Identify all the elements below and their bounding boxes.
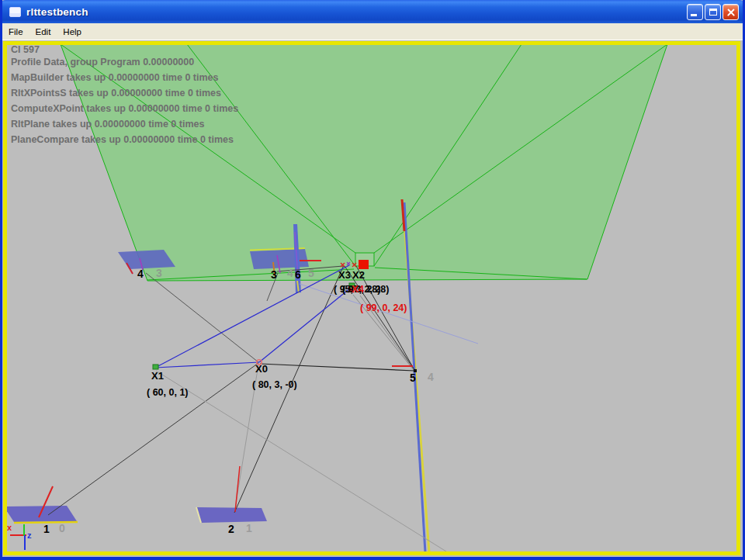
x2-label: X2 [352,269,365,281]
x4-label: X4 [352,283,365,295]
maximize-button[interactable] [705,4,721,20]
x0-coord: ( 80, 3, -0) [252,379,297,390]
profile-line: MapBuilder takes up 0.00000000 time 0 ti… [11,72,219,83]
vertex-label: 1 [43,523,50,535]
x2-coord: ( 97, 2, 28) [342,284,389,295]
vertex-label: 4 [137,268,144,280]
menu-file[interactable]: File [2,25,29,39]
vertex-label: 5 [410,372,416,384]
minimize-button[interactable] [687,4,703,20]
maximize-icon [709,9,717,16]
vertex-label-shadow: 1 [246,522,252,534]
window-title: rlttestbench [26,6,88,18]
profile-line: RltXPointsS takes up 0.00000000 time 0 t… [11,88,221,99]
title-bar[interactable]: rlttestbench [0,0,745,23]
minimize-icon [691,14,697,16]
plane-quad-d [196,507,267,523]
profile-line: PlaneCompare takes up 0.00000000 time 0 … [11,134,234,145]
app-icon [9,7,21,17]
vertex-label: 2 [228,523,234,535]
close-button[interactable] [722,4,739,20]
x1-coord: ( 60, 0, 1) [147,387,189,398]
app-window: rlttestbench File Edit Help [0,0,745,560]
vertex-label-shadow: 5 [308,267,314,279]
x0-label: X0 [255,363,268,375]
menu-edit[interactable]: Edit [29,25,57,39]
axis-x-label: x [7,523,12,532]
vertex-label-shadow: 4 [428,371,434,383]
menu-bar: File Edit Help [2,23,743,40]
vertex-label-shadow: 3 [156,267,162,279]
profile-line: ComputeXPoint takes up 0.00000000 time 0… [11,103,238,114]
axis-z-label: z [27,531,32,540]
viewport-canvas[interactable]: x z CI 597 Profile Data, group Program 0… [0,40,745,560]
profile-line: Profile Data, group Program 0.00000000 [11,57,194,67]
profile-line: CI 597 [11,44,40,55]
x1-point [153,365,158,369]
x4-coord: ( 99, 0, 24) [360,302,407,313]
x3-label: X3 [338,269,351,281]
x1-label: X1 [151,370,164,382]
vertex-label: 3 [271,268,277,281]
red-square-marker [359,260,369,269]
vertex-label: 6 [295,268,301,281]
menu-help[interactable]: Help [57,25,88,39]
vertex-label-shadow: 0 [59,522,65,534]
profile-line: RltPlane takes up 0.00000000 time 0 time… [11,119,204,130]
vertex-label-shadow: 4 [287,267,293,279]
